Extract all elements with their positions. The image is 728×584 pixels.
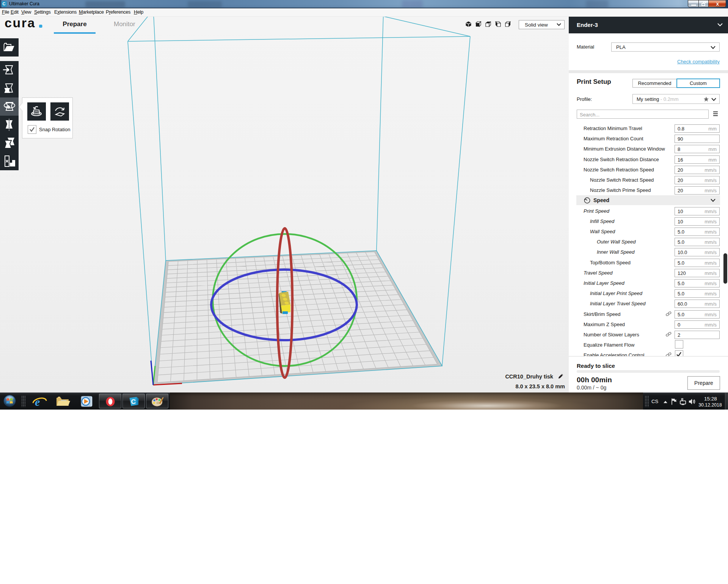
svg-text:C: C [131, 398, 136, 405]
svg-text:e: e [35, 396, 40, 407]
svg-text:cura: cura [5, 17, 36, 30]
